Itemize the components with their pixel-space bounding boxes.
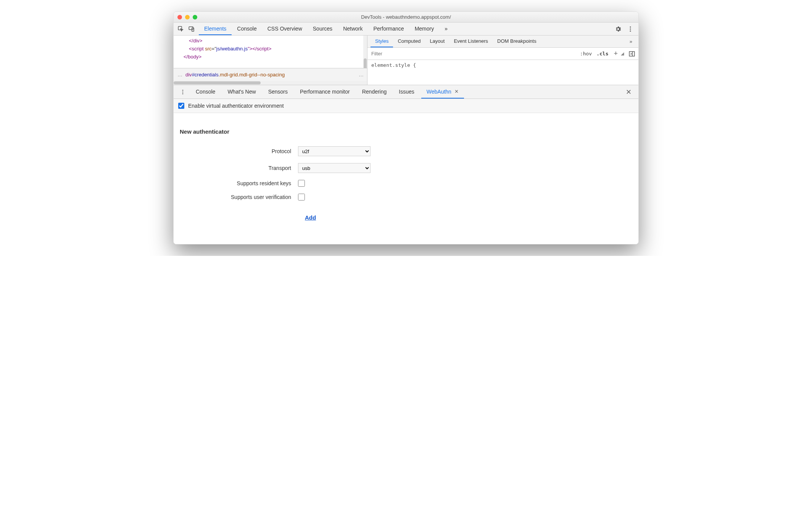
drawer-tab-webauthn[interactable]: WebAuthn ✕ — [421, 85, 464, 99]
user-verification-label: Supports user verification — [180, 194, 298, 200]
device-toolbar-icon[interactable] — [188, 26, 195, 32]
drawer-tabs: Console What's New Sensors Performance m… — [174, 85, 638, 99]
inspect-element-icon[interactable] — [177, 26, 184, 32]
kebab-menu-icon[interactable] — [627, 26, 634, 32]
corner-icon: ◢ — [621, 51, 625, 56]
tab-css-overview[interactable]: CSS Overview — [262, 23, 308, 35]
drawer-tab-issues[interactable]: Issues — [393, 85, 419, 99]
protocol-label: Protocol — [180, 148, 298, 154]
protocol-select[interactable]: u2f — [298, 146, 371, 156]
titlebar: DevTools - webauthndemo.appspot.com/ — [174, 12, 638, 23]
tab-elements[interactable]: Elements — [199, 23, 232, 35]
drawer-tab-whats-new[interactable]: What's New — [222, 85, 261, 99]
hov-toggle[interactable]: :hov — [578, 51, 594, 57]
svg-rect-6 — [629, 52, 635, 56]
svg-point-8 — [182, 91, 184, 92]
transport-select[interactable]: usb — [298, 163, 371, 173]
breadcrumb-left-dots[interactable]: … — [177, 72, 182, 78]
subtab-styles[interactable]: Styles — [371, 36, 393, 47]
transport-label: Transport — [180, 165, 298, 171]
window-title: DevTools - webauthndemo.appspot.com/ — [174, 14, 638, 20]
styles-pane: Styles Computed Layout Event Listeners D… — [367, 36, 638, 85]
new-style-rule-icon[interactable]: + — [611, 50, 621, 58]
enable-virtual-authenticator-checkbox[interactable] — [178, 103, 184, 109]
tab-network[interactable]: Network — [338, 23, 368, 35]
svg-point-3 — [630, 26, 631, 27]
tab-sources[interactable]: Sources — [308, 23, 338, 35]
new-authenticator-heading: New authenticator — [180, 128, 632, 135]
close-tab-icon[interactable]: ✕ — [454, 89, 459, 94]
subtab-computed[interactable]: Computed — [393, 36, 425, 47]
svg-point-7 — [182, 90, 184, 91]
tab-console[interactable]: Console — [232, 23, 262, 35]
tab-performance[interactable]: Performance — [368, 23, 409, 35]
breadcrumb-item[interactable]: div#credentials.mdl-grid.mdl-grid--no-sp… — [185, 72, 285, 78]
row-user-verification: Supports user verification — [180, 194, 632, 201]
code-close-div: </div> — [189, 38, 202, 44]
svg-point-5 — [630, 30, 631, 31]
webauthn-panel: New authenticator Protocol u2f Transport… — [174, 113, 638, 244]
tabs-overflow-icon[interactable]: » — [439, 23, 453, 35]
svg-point-4 — [630, 28, 631, 29]
row-protocol: Protocol u2f — [180, 146, 632, 156]
dom-tree-pane[interactable]: </div> <script src="js/webauthn.js"></sc… — [174, 36, 367, 85]
subtab-dom-breakpoints[interactable]: DOM Breakpoints — [493, 36, 541, 47]
close-drawer-icon[interactable]: ✕ — [622, 88, 635, 96]
cls-toggle[interactable]: .cls — [594, 51, 611, 57]
row-transport: Transport usb — [180, 163, 632, 173]
styles-filter-row: :hov .cls + ◢ — [367, 48, 638, 60]
drawer-tab-sensors[interactable]: Sensors — [263, 85, 293, 99]
drawer-tab-console[interactable]: Console — [190, 85, 221, 99]
drawer-tab-performance-monitor[interactable]: Performance monitor — [295, 85, 355, 99]
subtab-layout[interactable]: Layout — [425, 36, 449, 47]
gear-icon[interactable] — [615, 26, 622, 32]
main-toolbar: Elements Console CSS Overview Sources Ne… — [174, 23, 638, 36]
styles-subtabs: Styles Computed Layout Event Listeners D… — [367, 36, 638, 48]
svg-rect-0 — [178, 26, 182, 30]
drawer-menu-icon[interactable] — [177, 89, 189, 95]
add-authenticator-button[interactable]: Add — [305, 214, 316, 221]
tab-memory[interactable]: Memory — [409, 23, 440, 35]
elements-split: </div> <script src="js/webauthn.js"></sc… — [174, 36, 638, 85]
devtools-window: DevTools - webauthndemo.appspot.com/ Ele… — [173, 11, 639, 244]
subtab-event-listeners[interactable]: Event Listeners — [449, 36, 493, 47]
breadcrumb-right-dots[interactable]: … — [359, 72, 364, 78]
subtabs-overflow-icon[interactable]: » — [627, 39, 635, 44]
scrollbar-horizontal[interactable] — [174, 81, 367, 85]
enable-label: Enable virtual authenticator environment — [188, 103, 284, 109]
main-tabs: Elements Console CSS Overview Sources Ne… — [199, 23, 453, 35]
computed-sidebar-icon[interactable] — [628, 50, 635, 57]
resident-keys-checkbox[interactable] — [298, 180, 305, 187]
enable-bar: Enable virtual authenticator environment — [174, 99, 638, 113]
user-verification-checkbox[interactable] — [298, 194, 305, 201]
element-style-rule[interactable]: element.style { — [367, 60, 638, 70]
row-resident-keys: Supports resident keys — [180, 180, 632, 187]
breadcrumb[interactable]: … div#credentials.mdl-grid.mdl-grid--no-… — [174, 68, 367, 81]
svg-point-9 — [182, 93, 184, 94]
styles-filter-input[interactable] — [367, 51, 578, 57]
resident-keys-label: Supports resident keys — [180, 180, 298, 186]
drawer-tab-rendering[interactable]: Rendering — [357, 85, 392, 99]
